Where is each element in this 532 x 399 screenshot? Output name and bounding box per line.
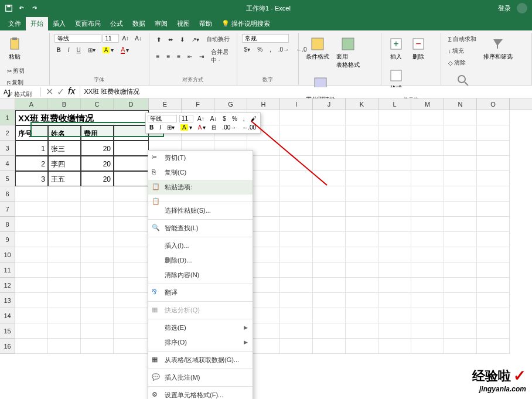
- number-format-select[interactable]: [242, 34, 289, 43]
- col-header-C[interactable]: C: [81, 98, 114, 110]
- ctx-insert-comment[interactable]: 💬插入批注(M): [148, 370, 253, 385]
- row-header-11[interactable]: 11: [0, 262, 15, 278]
- mini-increase-font-icon[interactable]: A↑: [196, 115, 206, 122]
- col-header-K[interactable]: K: [346, 98, 378, 110]
- ctx-filter[interactable]: 筛选(E)▶: [148, 320, 253, 335]
- row-header-9[interactable]: 9: [0, 232, 15, 247]
- mini-format-painter-icon[interactable]: 🖌: [249, 115, 258, 122]
- mini-font-size[interactable]: [179, 115, 193, 122]
- ctx-clear[interactable]: 清除内容(N): [148, 268, 253, 282]
- mini-increase-decimal-icon[interactable]: .00→: [220, 124, 238, 131]
- save-icon[interactable]: [5, 4, 13, 12]
- header-name[interactable]: 姓名: [48, 125, 81, 141]
- mini-comma-icon[interactable]: ,: [241, 115, 247, 122]
- ctx-cut[interactable]: ✂剪切(T): [148, 151, 253, 165]
- mini-decrease-font-icon[interactable]: A↓: [209, 115, 219, 122]
- font-size-select[interactable]: [103, 34, 119, 43]
- ctx-copy[interactable]: ⎘复制(C): [148, 165, 253, 180]
- tab-pagelayout[interactable]: 页面布局: [70, 17, 105, 30]
- increase-indent-icon[interactable]: ⇥: [197, 47, 206, 66]
- mini-italic-icon[interactable]: I: [158, 124, 163, 131]
- formula-input[interactable]: [80, 87, 532, 97]
- ctx-insert[interactable]: 插入(I)...: [148, 238, 253, 253]
- col-header-H[interactable]: H: [247, 98, 280, 110]
- ctx-paste-special-icon[interactable]: 📋: [148, 195, 253, 200]
- fx-icon[interactable]: fx: [68, 86, 75, 97]
- mini-merge-icon[interactable]: ⊟: [210, 124, 218, 131]
- mini-border-icon[interactable]: ⊞▾: [165, 124, 176, 131]
- format-table-button[interactable]: 套用 表格格式: [334, 34, 362, 71]
- ctx-delete[interactable]: 删除(D)...: [148, 253, 253, 268]
- tab-insert[interactable]: 插入: [48, 17, 70, 30]
- col-header-D[interactable]: D: [114, 98, 149, 110]
- col-header-L[interactable]: L: [378, 98, 411, 110]
- font-color-button[interactable]: A▾: [118, 45, 131, 55]
- name-box[interactable]: A1: [0, 87, 41, 97]
- row-header-2[interactable]: 2: [0, 125, 15, 141]
- tab-formulas[interactable]: 公式: [105, 17, 128, 30]
- italic-button[interactable]: I: [66, 45, 72, 55]
- copy-button[interactable]: ⎘复制: [5, 77, 34, 88]
- mini-fill-color-icon[interactable]: A▾: [179, 124, 194, 131]
- row-header-13[interactable]: 13: [0, 293, 15, 308]
- row-header-10[interactable]: 10: [0, 247, 15, 262]
- row-header-15[interactable]: 15: [0, 323, 15, 339]
- tab-home[interactable]: 开始: [26, 17, 48, 30]
- row-header-4[interactable]: 4: [0, 156, 15, 171]
- percent-icon[interactable]: %: [255, 45, 265, 54]
- header-seq[interactable]: 序号: [15, 125, 48, 141]
- tab-data[interactable]: 数据: [128, 17, 150, 30]
- col-header-E[interactable]: E: [149, 98, 182, 110]
- user-label[interactable]: 登录: [498, 4, 511, 13]
- row-header-3[interactable]: 3: [0, 141, 15, 156]
- row-header-6[interactable]: 6: [0, 186, 15, 202]
- ctx-format-cells[interactable]: ⚙设置单元格格式(F)...: [148, 388, 253, 399]
- border-button[interactable]: ⊞▾: [86, 45, 98, 55]
- redo-icon[interactable]: [30, 4, 39, 12]
- align-center-icon[interactable]: ≡: [164, 47, 172, 66]
- paste-button[interactable]: 粘贴: [5, 34, 25, 63]
- decrease-font-icon[interactable]: A↓: [132, 34, 144, 43]
- ctx-paste-special[interactable]: 选择性粘贴(S)...: [148, 203, 253, 218]
- conditional-format-button[interactable]: 条件格式: [303, 34, 332, 63]
- col-header-O[interactable]: O: [477, 98, 510, 110]
- undo-icon[interactable]: [18, 4, 26, 12]
- cancel-icon[interactable]: ✕: [46, 86, 53, 97]
- align-top-icon[interactable]: ⬆: [154, 34, 163, 45]
- tab-file[interactable]: 文件: [4, 17, 26, 30]
- align-bottom-icon[interactable]: ⬇: [178, 34, 187, 45]
- ctx-get-data[interactable]: ▦从表格/区域获取数据(G)...: [148, 353, 253, 367]
- row-header-14[interactable]: 14: [0, 308, 15, 323]
- col-header-G[interactable]: G: [214, 98, 247, 110]
- enter-icon[interactable]: ✓: [57, 86, 64, 97]
- mini-decrease-decimal-icon[interactable]: ←.00: [240, 124, 258, 131]
- align-middle-icon[interactable]: ⬌: [166, 34, 175, 45]
- underline-button[interactable]: U: [74, 45, 83, 55]
- header-fee[interactable]: 费用: [81, 125, 114, 141]
- increase-font-icon[interactable]: A↑: [120, 34, 132, 43]
- tell-me[interactable]: 💡 操作说明搜索: [217, 17, 275, 30]
- cells-grid[interactable]: XX班 班费收缴情况 序号 姓名 费用 1 张三 20 2 李四: [15, 110, 532, 354]
- row-header-12[interactable]: 12: [0, 278, 15, 293]
- ctx-sort[interactable]: 排序(O)▶: [148, 335, 253, 350]
- decrease-indent-icon[interactable]: ⇤: [185, 47, 195, 66]
- tab-help[interactable]: 帮助: [195, 17, 217, 30]
- user-avatar-icon[interactable]: [517, 3, 527, 13]
- fill-button[interactable]: ↓填充: [446, 46, 479, 56]
- select-all-corner[interactable]: [0, 98, 15, 110]
- ctx-translate[interactable]: ⅋翻译: [148, 285, 253, 300]
- header-blank[interactable]: [114, 125, 149, 141]
- bold-button[interactable]: B: [54, 45, 63, 55]
- ctx-quick-analysis[interactable]: ▦快速分析(Q): [148, 303, 253, 318]
- col-header-M[interactable]: M: [411, 98, 444, 110]
- insert-cells-button[interactable]: +插入: [386, 34, 406, 63]
- comma-icon[interactable]: ,: [267, 45, 274, 54]
- delete-cells-button[interactable]: −删除: [408, 34, 428, 63]
- sort-filter-button[interactable]: 排序和筛选: [481, 34, 515, 63]
- row-header-7[interactable]: 7: [0, 202, 15, 217]
- col-header-B[interactable]: B: [48, 98, 81, 110]
- row-header-1[interactable]: 1: [0, 110, 15, 125]
- increase-decimal-icon[interactable]: .0→: [276, 45, 291, 54]
- orientation-icon[interactable]: ↗▾: [189, 34, 202, 45]
- row-header-5[interactable]: 5: [0, 171, 15, 186]
